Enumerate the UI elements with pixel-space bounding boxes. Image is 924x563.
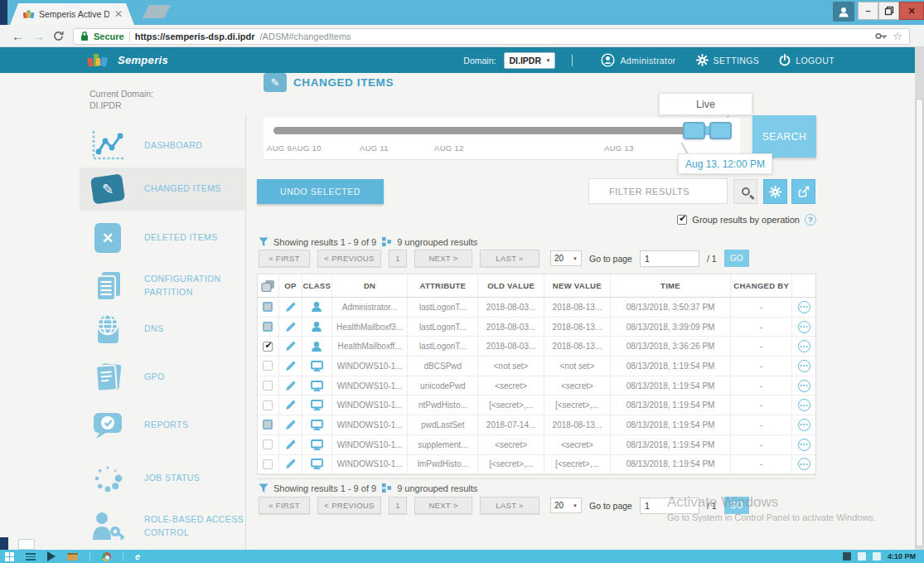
minimize-button[interactable]: –	[858, 2, 878, 20]
last-page-button[interactable]: LAST »	[480, 250, 539, 267]
row-checkbox[interactable]	[263, 322, 273, 332]
last-page-button[interactable]: LAST »	[480, 497, 539, 514]
filter-funnel-icon	[259, 237, 268, 247]
password-key-icon[interactable]	[875, 32, 888, 40]
row-actions-icon[interactable]	[798, 419, 810, 431]
row-actions-icon[interactable]	[798, 340, 810, 352]
row-checkbox[interactable]	[263, 342, 273, 352]
next-page-button[interactable]: NEXT >	[414, 250, 472, 267]
restore-button[interactable]	[878, 2, 899, 20]
tray-icon[interactable]	[843, 552, 851, 561]
timeline-track[interactable]	[273, 127, 728, 134]
sidebar-item-reports[interactable]: REPORTS	[80, 404, 245, 447]
browser-tab[interactable]: Semperis Active Director ✕	[10, 3, 134, 25]
col-header-time: TIME	[611, 274, 732, 297]
timeline-handle-end[interactable]	[709, 122, 732, 139]
row-actions-icon[interactable]	[798, 380, 810, 392]
row-actions-icon[interactable]	[798, 458, 810, 470]
sidebar-item-gpo[interactable]: GPO	[80, 356, 245, 399]
folder-icon[interactable]	[67, 553, 78, 561]
live-tooltip: Live	[659, 93, 752, 115]
url-field[interactable]: Secure https://semperis-dsp.di.ipdr /ADS…	[73, 28, 910, 45]
page-number-button[interactable]: 1	[389, 497, 407, 514]
row-checkbox[interactable]	[263, 400, 273, 410]
sidebar-item-dashboard[interactable]: DASHBOARD	[80, 124, 245, 167]
col-header-actions	[792, 274, 815, 297]
row-checkbox[interactable]	[263, 302, 273, 312]
row-checkbox[interactable]	[263, 361, 273, 371]
scrollbar-thumb[interactable]	[916, 99, 923, 546]
filter-results-input[interactable]	[588, 178, 728, 204]
cell-dn: WINDOWS10-1...	[332, 376, 409, 396]
first-page-button[interactable]: « FIRST	[259, 250, 310, 267]
group-by-checkbox[interactable]	[677, 215, 687, 225]
cell-class	[302, 318, 332, 337]
refresh-icon[interactable]	[53, 31, 64, 41]
sidebar-item-dns[interactable]: DNS	[80, 308, 245, 351]
row-actions-icon[interactable]	[798, 321, 810, 333]
sidebar-item-rbac[interactable]: ROLE-BASED ACCESS CONTROL	[80, 505, 245, 548]
timeline-handle-start[interactable]	[683, 122, 705, 139]
cell-time: 08/13/2018, 1:19:54 PM	[611, 455, 732, 474]
table-row: HealthMailboxf3... lastLogonT... 2018-08…	[258, 318, 815, 337]
user-menu[interactable]: Administrator	[601, 53, 675, 67]
taskbar-clock[interactable]: 4:10 PM	[888, 552, 916, 561]
modify-pencil-icon	[285, 361, 296, 371]
export-button[interactable]	[791, 179, 815, 204]
internet-explorer-icon[interactable]: e	[135, 551, 140, 561]
page-scrollbar[interactable]	[915, 47, 924, 550]
bookmark-star-icon[interactable]: ☆	[893, 31, 902, 41]
results-settings-button[interactable]	[763, 179, 787, 204]
url-path: /ADSM#changedItems	[260, 32, 351, 41]
server-manager-icon[interactable]	[47, 551, 56, 561]
settings-button[interactable]: SETTINGS	[696, 54, 760, 66]
first-page-button[interactable]: « FIRST	[259, 497, 310, 514]
undo-selected-button[interactable]: UNDO SELECTED	[257, 179, 384, 204]
next-page-button[interactable]: NEXT >	[414, 497, 472, 514]
sidebar-item-job-status[interactable]: JOB STATUS	[80, 457, 245, 500]
row-checkbox[interactable]	[263, 420, 273, 430]
row-actions-icon[interactable]	[798, 360, 810, 372]
row-checkbox[interactable]	[263, 459, 273, 469]
go-button[interactable]: GO	[724, 250, 749, 267]
changed-items-icon: ✎	[85, 176, 131, 202]
tray-icon[interactable]	[858, 552, 866, 561]
browser-profile-button[interactable]	[833, 2, 854, 22]
back-icon[interactable]: ←	[12, 30, 24, 42]
cell-class	[302, 415, 332, 434]
tab-close-icon[interactable]: ✕	[114, 9, 123, 19]
help-icon[interactable]: ?	[805, 214, 816, 226]
row-actions-icon[interactable]	[798, 399, 810, 411]
new-tab-button[interactable]	[143, 5, 171, 18]
window-controls: – ✕	[833, 0, 924, 23]
col-header-new-value: NEW VALUE	[544, 274, 611, 297]
chrome-icon[interactable]	[102, 552, 111, 561]
previous-page-button[interactable]: < PREVIOUS	[317, 250, 381, 267]
page-number-button[interactable]: 1	[389, 250, 407, 267]
sidebar-item-configuration-partition[interactable]: CONFIGURATION PARTITION	[80, 265, 245, 308]
row-actions-icon[interactable]	[798, 301, 810, 313]
filter-search-button[interactable]	[733, 179, 757, 204]
cell-old-value: 2018-07-14...	[478, 415, 544, 434]
page-size-select[interactable]: 20▼	[550, 250, 582, 266]
select-all-header[interactable]	[258, 274, 279, 297]
row-checkbox[interactable]	[263, 381, 273, 391]
tray-icon[interactable]	[873, 552, 881, 561]
reports-icon	[85, 409, 131, 442]
ungrouped-icon	[381, 236, 392, 247]
previous-page-button[interactable]: < PREVIOUS	[317, 497, 381, 514]
logout-button[interactable]: LOGOUT	[779, 54, 835, 66]
job-status-icon	[85, 462, 131, 495]
pinned-app-icon[interactable]	[26, 553, 36, 561]
search-button[interactable]: SEARCH	[752, 115, 816, 158]
row-actions-icon[interactable]	[798, 439, 810, 451]
goto-page-input[interactable]	[640, 250, 699, 267]
row-checkbox[interactable]	[263, 439, 273, 449]
forward-icon[interactable]: →	[32, 30, 45, 42]
sidebar-item-deleted-items[interactable]: ✕ DELETED ITEMS	[80, 216, 245, 260]
close-button[interactable]: ✕	[899, 2, 924, 20]
domain-select[interactable]: DI.IPDR ▼	[504, 52, 555, 69]
start-button[interactable]	[5, 552, 14, 561]
sidebar-item-changed-items[interactable]: ✎ CHANGED ITEMS	[80, 167, 245, 211]
page-size-select[interactable]: 20▼	[550, 497, 582, 513]
